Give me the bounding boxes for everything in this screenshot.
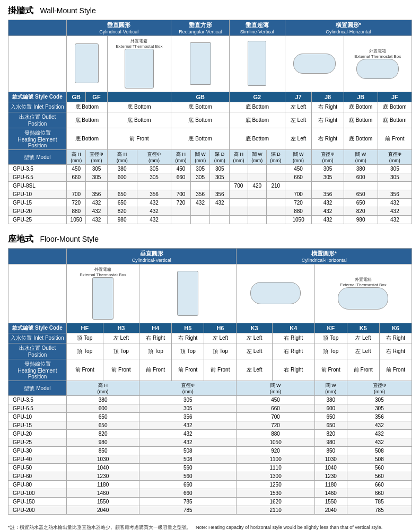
val: 1100	[237, 455, 314, 464]
outlet-k5: 左 Left	[347, 343, 379, 359]
code-k6: K6	[379, 323, 412, 333]
heat-k3: 左 Left	[237, 359, 272, 381]
floor-mount-title: 座地式 Floor-Mount Style	[8, 234, 412, 245]
val	[248, 190, 266, 199]
table-row: GPU-10 650 356 700 650 356	[8, 413, 412, 421]
val	[344, 182, 378, 190]
val: 820	[67, 430, 139, 438]
table-row: GPU-150 1550 785 1620 1550 785	[8, 498, 412, 506]
code-jf: JF	[378, 92, 412, 102]
empty-header	[8, 20, 67, 36]
cv-img-gb	[67, 36, 108, 92]
code-jb: JB	[344, 92, 378, 102]
val: 305	[137, 173, 171, 182]
val	[285, 182, 312, 190]
model-name: GPU-6.5	[8, 173, 67, 182]
heat-h5: 前 Front	[172, 359, 204, 381]
inlet-h6: 左 Left	[204, 333, 237, 343]
outlet-hf: 頂 Top	[67, 343, 103, 359]
model-name: GPU-60	[8, 472, 67, 481]
val: 432	[86, 216, 107, 224]
val	[230, 165, 248, 173]
val: 820	[107, 207, 137, 216]
val: 432	[378, 216, 412, 224]
dim-sl-w: 闊 W(mm)	[248, 150, 266, 165]
val: 560	[139, 472, 237, 481]
val: 660	[347, 489, 412, 498]
val: 380	[314, 396, 347, 404]
code-g2: G2	[230, 92, 285, 102]
val: 650	[344, 199, 378, 207]
val: 650	[67, 421, 139, 430]
inlet-k6: 右 Right	[379, 333, 412, 343]
val: 432	[86, 199, 107, 207]
inlet-kf: 頂 Top	[314, 333, 347, 343]
val: 1050	[285, 216, 312, 224]
dim-j8-d: 直徑Φ(mm)	[312, 150, 344, 165]
wall-mount-title-en: Wall-Mount Style	[40, 6, 95, 15]
dim-rv-d: 深 D(mm)	[210, 150, 230, 165]
note-section: *註：橫置熱水器之熱水輸出量比垂直熱水器略少。顧客應考慮購買大一級容量之型號。 …	[8, 524, 412, 530]
dim-jb-w: 闊 W(mm)	[344, 150, 378, 165]
val	[190, 182, 210, 190]
outlet-sl: 底 Bottom	[230, 112, 285, 128]
val	[312, 182, 344, 190]
val	[230, 216, 248, 224]
val: 660	[347, 481, 412, 489]
val: 450	[237, 396, 314, 404]
floor-cv-img2	[139, 264, 237, 323]
val: 820	[344, 207, 378, 216]
ch-header-floor: 橫置圓形* Cylindrical-Horizontal	[237, 249, 412, 264]
heat-h4: 前 Front	[139, 359, 172, 381]
val: 210	[266, 182, 285, 190]
code-hf: HF	[67, 323, 103, 333]
val: 432	[210, 199, 230, 207]
val: 356	[86, 190, 107, 199]
code-h4: H4	[139, 323, 172, 333]
val	[107, 182, 137, 190]
val: 432	[378, 207, 412, 216]
val: 380	[67, 396, 139, 404]
val: 305	[210, 173, 230, 182]
sl-img	[230, 36, 285, 92]
val: 785	[347, 498, 412, 506]
val: 650	[67, 413, 139, 421]
val: 785	[139, 506, 237, 515]
inlet-h3: 左 Left	[103, 333, 139, 343]
val	[86, 182, 107, 190]
outlet-gb: 底 Bottom	[67, 112, 108, 128]
inlet-hf: 頂 Top	[67, 333, 103, 343]
val	[210, 182, 230, 190]
heat-k4: 右 Right	[272, 359, 314, 381]
cylindrical-horizontal-header-wall: 橫置圓形* Cylindrical-Horizontal	[285, 20, 412, 36]
heat-h6: 前 Front	[204, 359, 237, 381]
wall-mount-title-zh: 掛牆式	[8, 6, 33, 15]
heat-k5: 前 Front	[347, 359, 379, 381]
table-row: GPU-20 880432 820432 880432 820432	[8, 207, 412, 216]
val: 650	[344, 190, 378, 199]
val: 785	[347, 506, 412, 515]
model-name: GPU-25	[8, 438, 67, 447]
model-name: GPU-3.5	[8, 396, 67, 404]
dim-floor-d: 直徑Φ(mm)	[139, 381, 237, 396]
val: 980	[344, 216, 378, 224]
model-name: GPU-15	[8, 199, 67, 207]
outlet-h3: 頂 Top	[103, 343, 139, 359]
table-row: GPU-100 1460 660 1530 1460 660	[8, 489, 412, 498]
val: 1550	[67, 498, 139, 506]
table-row: GPU-15 720432 650432 720432432 720432 65…	[8, 199, 412, 207]
dim-gf-h: 高 H(mm)	[107, 150, 137, 165]
val: 700	[67, 190, 86, 199]
val	[248, 173, 266, 182]
val: 560	[347, 472, 412, 481]
val: 650	[107, 199, 137, 207]
val: 1180	[314, 481, 347, 489]
val: 1030	[314, 455, 347, 464]
val: 660	[237, 404, 314, 413]
val: 880	[237, 430, 314, 438]
val: 420	[248, 182, 266, 190]
val: 305	[347, 396, 412, 404]
heating-label-wall: 發熱線位置Heating Element Position	[8, 128, 67, 150]
inlet-j8: 右 Right	[312, 102, 344, 112]
val: 720	[285, 199, 312, 207]
